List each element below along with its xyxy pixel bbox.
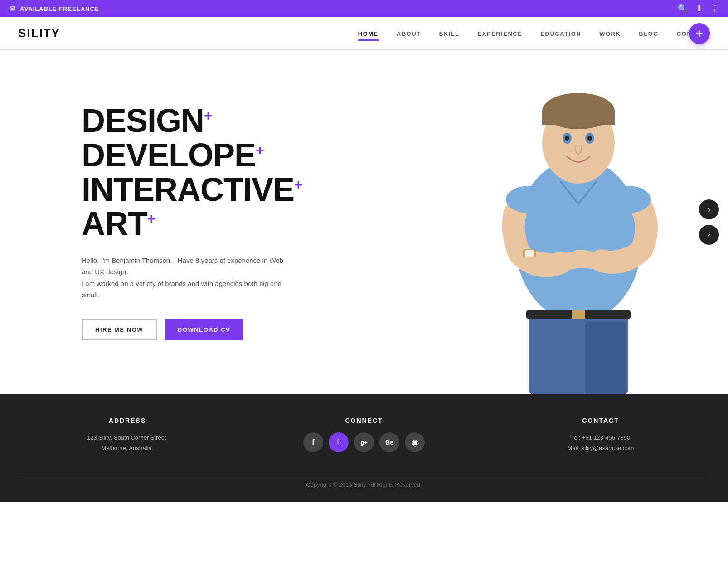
footer-copyright: Copyright © 2015 Sility. All Rights Rese…	[18, 472, 710, 488]
hero-headline-line2: INTERACTIVE+ ART+	[82, 173, 290, 241]
footer-contact-mail: Mail: sility@example.com	[568, 445, 634, 451]
headline-art: ART	[82, 205, 147, 242]
svg-rect-10	[525, 250, 534, 257]
fab-button[interactable]: +	[689, 23, 710, 44]
headline-develope: DEVELOPE	[82, 137, 256, 173]
hero-description: Hello, I'm Benjamin Thomson. I Have 8 ye…	[82, 255, 290, 301]
headline-art-sup: +	[147, 210, 155, 227]
download-icon[interactable]: ⬇	[696, 4, 703, 14]
nav-item-blog[interactable]: BLOG	[639, 29, 659, 38]
footer-address-line2: Melborne, Australia.	[102, 445, 154, 451]
nav-link-about[interactable]: ABOUT	[397, 30, 421, 39]
nav-item-skill[interactable]: SKILL	[439, 29, 459, 38]
nav-link-experience[interactable]: EXPERIENCE	[478, 30, 523, 39]
headline-interactive: INTERACTIVE	[82, 171, 294, 208]
email-icon: ✉	[9, 5, 15, 13]
hero-headline: DESIGN+ DEVELOPE+ INTERACTIVE+ ART+	[82, 104, 290, 241]
hero-person-image	[483, 59, 674, 394]
top-bar-actions: 🔍 ⬇ ⋮	[678, 4, 719, 14]
footer-address-line1: 123 Sility, South Corner Street,	[87, 434, 168, 441]
social-facebook[interactable]: f	[303, 432, 323, 452]
social-behance[interactable]: Be	[379, 432, 399, 452]
search-icon[interactable]: 🔍	[678, 4, 688, 14]
headline-design: DESIGN	[82, 102, 204, 139]
headline-develope-sup: +	[256, 142, 264, 158]
download-cv-button[interactable]: DOWNLOAD CV	[165, 319, 243, 340]
top-bar-status: ✉ AVAILABLE FREELANCE	[9, 5, 99, 13]
nav-item-work[interactable]: WORK	[599, 29, 621, 38]
nav-link-skill[interactable]: SKILL	[439, 30, 459, 39]
svg-point-17	[606, 186, 651, 213]
footer-address-title: ADDRESS	[18, 417, 237, 424]
footer-contact-section: CONTACT Tel: +61 123-456-7890 Mail: sili…	[491, 417, 710, 454]
nav-links: HOME ABOUT SKILL EXPERIENCE EDUCATION WO…	[358, 29, 710, 38]
social-google-plus[interactable]: g+	[354, 432, 374, 452]
hire-me-button[interactable]: HIRE ME NOW	[82, 319, 157, 340]
status-text: AVAILABLE FREELANCE	[20, 5, 99, 12]
footer-grid: ADDRESS 123 Sility, South Corner Street,…	[18, 417, 710, 454]
top-bar: ✉ AVAILABLE FREELANCE 🔍 ⬇ ⋮	[0, 0, 728, 17]
copyright-text: Copyright © 2015 Sility. All Rights Rese…	[306, 481, 422, 488]
footer-connect-title: CONNECT	[255, 417, 473, 424]
svg-point-7	[565, 136, 569, 141]
nav-item-experience[interactable]: EXPERIENCE	[478, 29, 523, 38]
social-icons: f 𝕥 g+ Be ◉	[255, 432, 473, 452]
nav-item-home[interactable]: HOME	[358, 29, 379, 38]
hero-buttons: HIRE ME NOW DOWNLOAD CV	[82, 319, 290, 340]
nav-link-education[interactable]: EDUCATION	[540, 30, 581, 39]
navbar: SILITY HOME ABOUT SKILL EXPERIENCE EDUCA…	[0, 17, 728, 50]
footer: ADDRESS 123 Sility, South Corner Street,…	[0, 394, 728, 502]
footer-contact-title: CONTACT	[491, 417, 710, 424]
hero-desc-line1: Hello, I'm Benjamin Thomson. I Have 8 ye…	[82, 257, 283, 276]
svg-rect-4	[542, 111, 615, 125]
headline-interactive-sup: +	[294, 176, 302, 193]
carousel-next-button[interactable]: ›	[699, 199, 719, 219]
more-icon[interactable]: ⋮	[711, 4, 719, 14]
hero-content: DESIGN+ DEVELOPE+ INTERACTIVE+ ART+ Hell…	[0, 77, 308, 367]
svg-rect-13	[585, 322, 626, 394]
svg-rect-15	[572, 310, 585, 319]
carousel-controls: › ‹	[699, 199, 719, 245]
nav-item-about[interactable]: ABOUT	[397, 29, 421, 38]
footer-contact-tel: Tel: +61 123-456-7890	[571, 434, 630, 441]
svg-point-16	[506, 186, 551, 213]
nav-link-blog[interactable]: BLOG	[639, 30, 659, 39]
footer-connect-section: CONNECT f 𝕥 g+ Be ◉	[255, 417, 473, 454]
svg-point-8	[587, 136, 592, 141]
logo: SILITY	[18, 26, 60, 40]
footer-address-section: ADDRESS 123 Sility, South Corner Street,…	[18, 417, 237, 454]
hero-desc-line2: I am worked on a variety of brands and w…	[82, 280, 281, 299]
headline-design-sup: +	[204, 107, 212, 124]
svg-rect-12	[531, 322, 572, 394]
hero-headline-line1: DESIGN+ DEVELOPE+	[82, 104, 290, 172]
hero-section: DESIGN+ DEVELOPE+ INTERACTIVE+ ART+ Hell…	[0, 50, 728, 394]
social-dribbble[interactable]: ◉	[405, 432, 425, 452]
carousel-prev-button[interactable]: ‹	[699, 225, 719, 245]
nav-link-home[interactable]: HOME	[358, 30, 379, 39]
social-twitter[interactable]: 𝕥	[329, 432, 349, 452]
nav-item-education[interactable]: EDUCATION	[540, 29, 581, 38]
nav-link-work[interactable]: WORK	[599, 30, 621, 39]
